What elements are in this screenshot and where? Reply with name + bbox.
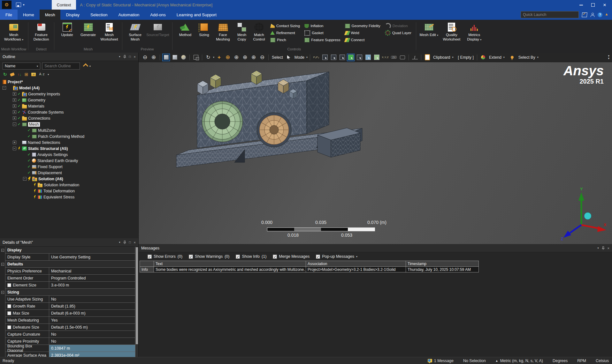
panel-menu-icon[interactable]: ▾ [119,55,120,58]
sidebar-item-multizone[interactable]: ✓ MultiZone [0,127,138,133]
clipboard-label[interactable]: Clipboard [432,55,451,60]
expand-icon[interactable]: + [13,116,16,120]
sizing-button[interactable]: Sizing [196,22,212,37]
zoom-previous-icon[interactable]: ⊕ [250,54,257,61]
select-by-dropdown-icon[interactable]: ▾ [537,56,539,59]
sidebar-item-equivalent-stress[interactable]: Equivalent Stress [0,194,138,200]
tab-home[interactable]: Home [18,10,40,20]
sidebar-item-project[interactable]: Project* [0,79,138,85]
sort-options-icon[interactable]: ▾ [48,73,49,76]
details-row-average-surface-area[interactable]: Average Surface Area 2.3831e-004 m² [0,352,135,357]
parameter-checkbox[interactable] [7,283,11,287]
viewport-3d[interactable]: Ansys 2025 R1 0.000 0.035 0.070 (m) 0.01… [139,62,612,244]
quality-worksheet-button[interactable]: Quality Worksheet [440,22,463,41]
update-button[interactable]: Update [57,22,77,37]
gasket-button[interactable]: Gasket [304,30,340,36]
status-messages[interactable]: 1 Message [428,359,454,363]
sidebar-item-geometry[interactable]: + ✓ Geometry [0,97,138,103]
filter-node-icon[interactable] [356,54,363,61]
maximize-panel-icon[interactable]: □ [129,241,131,244]
sidebar-item-total-deformation[interactable]: Total Deformation [0,188,138,194]
details-row-bounding-box-diagonal[interactable]: Bounding Box Diagonal 0.10847 m [0,345,135,352]
parameter-checkbox[interactable] [7,325,11,329]
collapse-icon[interactable]: − [1,263,4,266]
status-rpm[interactable]: RPM [577,359,586,363]
collapse-icon[interactable]: − [23,177,27,181]
select-by-icon[interactable] [509,54,516,61]
orientation-triad[interactable]: Y X Z [560,187,608,241]
tab-display[interactable]: Display [60,10,85,20]
status-units[interactable]: ▲ Metric (m, kg, N, s, V, A) [495,359,543,363]
status-celsius[interactable]: Celsius [596,359,609,363]
filter-face-icon[interactable] [338,54,346,61]
expand-icon[interactable]: + [13,110,16,114]
close-panel-icon[interactable]: × [134,55,136,59]
match-control-button[interactable]: Match Control [250,22,268,41]
expand-icon[interactable]: + [13,141,16,144]
save-icon[interactable] [16,3,21,7]
minimize-button[interactable] [579,4,583,5]
sidebar-item-solution-information[interactable]: i Solution Information [0,182,138,188]
show-info-checkbox[interactable]: ✓ Show Info(1) [236,254,266,259]
sidebar-item-connections[interactable]: + ✓ Connections [0,115,138,121]
filter-point-icon[interactable] [321,54,329,61]
copy-view-icon[interactable] [192,54,200,61]
search-options-icon[interactable]: ▾ [89,65,91,68]
message-row[interactable]: Info Some bodies were recognized as Axis… [140,266,478,272]
shaded-exterior-icon[interactable] [162,54,170,61]
sidebar-item-fixed-support[interactable]: ✓ Fixed Support [0,164,138,170]
sidebar-item-geometry-imports[interactable]: + ✓ Geometry Imports [0,91,138,97]
close-panel-icon[interactable]: × [134,241,136,244]
sidebar-item-displacement[interactable]: ✓ Displacement [0,170,138,176]
popup-messages-checkbox[interactable]: ✓ Pop-up Messages ▾ [316,254,357,259]
sidebar-item-analysis-settings[interactable]: ✓ Analysis Settings [0,152,138,158]
details-row-display-style[interactable]: Display Style Use Geometry Setting [0,254,135,261]
details-section-display[interactable]: − Display [0,247,135,254]
sort-az-icon[interactable]: A↓z [39,73,44,76]
mesh-worksheet-button[interactable]: M Mesh Worksheet [99,22,119,41]
sidebar-item-patch-conforming[interactable]: ✓ Patch Conforming Method [0,133,138,139]
checkbox-checked-icon[interactable]: ✓ [316,255,320,259]
maximize-panel-icon[interactable]: □ [129,55,131,58]
tab-add-ons[interactable]: Add-ons [145,10,171,20]
filter-element-face-icon[interactable] [364,54,372,61]
connect-button[interactable]: Connect [345,37,380,43]
sidebar-item-mesh[interactable]: − ✓ Mesh [0,121,138,127]
pan-icon[interactable]: + [215,54,223,61]
details-row-mesh-defeaturing[interactable]: Mesh Defeaturing Yes [0,317,135,324]
annotation-icon[interactable] [399,54,406,61]
checkbox-checked-icon[interactable]: ✓ [148,255,152,259]
search-previous-icon[interactable] [83,63,88,69]
collapse-icon[interactable]: − [13,123,16,126]
mesh-copy-button[interactable]: Mesh Copy [234,22,250,41]
zoom-in-icon[interactable]: ⊕ [150,54,157,61]
extend-dropdown-icon[interactable]: ▾ [503,56,505,59]
zoom-fit-icon[interactable]: ⊕ [241,54,249,61]
sidebar-item-named-selections[interactable]: + Named Selections [0,139,138,145]
generate-button[interactable]: Generate [78,22,98,37]
weld-button[interactable]: Weld [345,30,380,36]
collapse-icon[interactable]: − [1,249,4,252]
expand-icon[interactable]: + [13,98,16,102]
feature-detection-button[interactable]: Feature Detection [31,22,51,41]
checkbox-checked-icon[interactable]: ✓ [273,255,277,259]
metrics-display-button[interactable]: Metrics Display ▾ [464,22,485,41]
panel-menu-icon[interactable]: ▾ [598,247,599,249]
tab-automation[interactable]: Automation [113,10,145,20]
zoom-next-icon[interactable]: ⊖ [258,54,266,61]
show-warnings-checkbox[interactable]: ✓ Show Warnings(0) [189,254,229,259]
pin-icon[interactable] [602,246,605,250]
details-row-element-order[interactable]: Element Order Program Controlled [0,275,135,282]
pinch-button[interactable]: Pinch [270,37,300,43]
context-tab[interactable]: Context [52,0,76,10]
tab-file[interactable]: File [0,10,18,20]
search-filter-select[interactable]: Name▾ [3,63,40,70]
details-row-use-adaptive-sizing[interactable]: Use Adaptive Sizing No [0,296,135,303]
quick-access-dropdown-icon[interactable]: ▾ [23,3,25,6]
hide-folder-icon[interactable]: ø [31,73,36,76]
face-meshing-button[interactable]: Face Meshing [213,22,233,41]
sidebar-item-solution[interactable]: − Solution (A6) [0,176,138,182]
mode-dropdown-icon[interactable]: ▾ [306,56,308,59]
tab-mesh[interactable]: Mesh [40,10,61,20]
expand-collapse-icon[interactable]: ↑↓ [18,72,21,77]
